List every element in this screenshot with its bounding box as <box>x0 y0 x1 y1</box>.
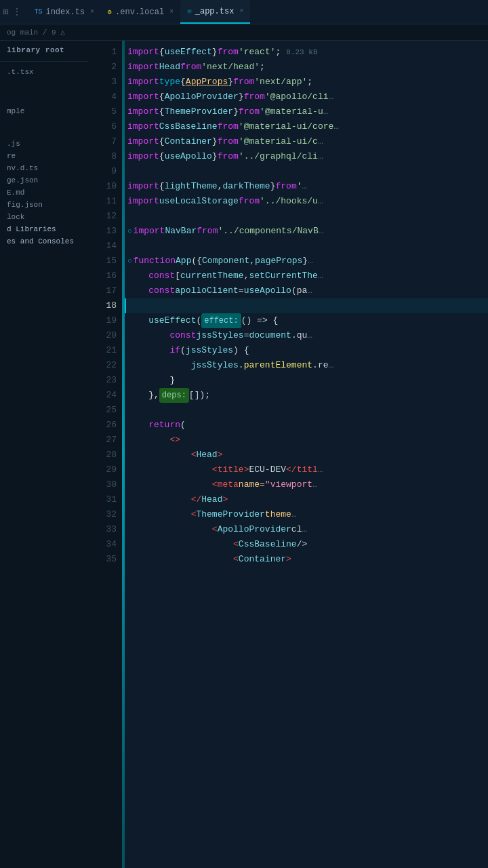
code-line-10: import { lightTheme, darkTheme } from '… <box>125 179 488 194</box>
ln-9: 9 <box>94 164 117 179</box>
sidebar-item-re[interactable]: re <box>0 150 88 162</box>
ln-13: 13 <box>94 224 117 239</box>
ln-1: 1 <box>94 45 117 60</box>
dots-icon[interactable]: ⋮ <box>12 6 22 18</box>
code-line-25 <box>125 403 488 418</box>
code-line-2: import Head from 'next/head'; <box>125 60 488 75</box>
sidebar-title: library root <box>0 41 88 57</box>
code-line-11: import useLocalStorage from '../hooks/u… <box>125 194 488 209</box>
ln-17: 17 <box>94 283 117 298</box>
code-line-5: import { ThemeProvider } from '@material… <box>125 104 488 119</box>
code-line-7: import { Container } from '@material-ui/… <box>125 134 488 149</box>
ln-19: 19 <box>94 313 117 328</box>
tab-app-label: _app.tsx <box>195 7 235 16</box>
code-line-3: import type { AppProps } from 'next/app'… <box>125 75 488 90</box>
sidebar-item-consoles[interactable]: es and Consoles <box>0 235 88 248</box>
window-controls: ⊞ ⋮ <box>3 6 22 18</box>
ln-22: 22 <box>94 358 117 373</box>
code-line-26: return ( <box>125 418 488 433</box>
line-numbers: 1 2 3 4 5 6 7 8 9 10 11 12 13 14 15 16 1… <box>88 41 122 868</box>
breadcrumb-text: og main / 9 △ <box>7 28 65 37</box>
ln-16: 16 <box>94 269 117 283</box>
ts-icon: TS <box>34 8 42 16</box>
code-content[interactable]: import { useEffect } from 'react';8.23 k… <box>125 41 488 868</box>
code-line-14 <box>125 239 488 254</box>
tab-index[interactable]: TS index.ts × <box>27 0 101 24</box>
ln-32: 32 <box>94 507 117 522</box>
ln-4: 4 <box>94 90 117 104</box>
ln-27: 27 <box>94 433 117 448</box>
code-line-22: jssStyles.parentElement.re… <box>125 358 488 373</box>
sidebar-item-emd[interactable]: E.md <box>0 186 88 199</box>
sidebar-item-fig-json[interactable]: fig.json <box>0 199 88 211</box>
tab-env-close[interactable]: × <box>169 8 174 16</box>
env-icon: ⚙ <box>108 8 112 16</box>
sidebar-spacer1 <box>0 78 88 105</box>
ln-10: 10 <box>94 179 117 194</box>
ln-20: 20 <box>94 328 117 343</box>
ln-29: 29 <box>94 462 117 477</box>
ln-31: 31 <box>94 492 117 507</box>
ln-6: 6 <box>94 119 117 134</box>
code-line-17: const apolloClient = useApollo(pa… <box>125 283 488 298</box>
sidebar-item-js[interactable]: .js <box>0 138 88 150</box>
main-content: library root .t.tsx mple .js re nv.d.ts … <box>0 41 488 868</box>
ln-14: 14 <box>94 239 117 254</box>
ln-5: 5 <box>94 104 117 119</box>
sidebar-spacer2 <box>0 117 88 138</box>
ln-2: 2 <box>94 60 117 75</box>
tab-env-label: .env.local <box>115 7 164 17</box>
code-line-15: ○function App({ Component, pageProps } … <box>125 254 488 269</box>
sidebar-item-env-dts[interactable]: nv.d.ts <box>0 162 88 174</box>
menu-icon[interactable]: ⊞ <box>3 6 8 18</box>
ln-12: 12 <box>94 209 117 224</box>
ln-28: 28 <box>94 448 117 462</box>
ln-3: 3 <box>94 75 117 90</box>
ln-30: 30 <box>94 477 117 492</box>
ln-35: 35 <box>94 552 117 567</box>
code-line-19: useEffect( effect: () => { <box>125 313 488 328</box>
ln-15: 15 <box>94 254 117 269</box>
code-line-18 <box>125 298 488 313</box>
sidebar-item-tsx[interactable]: .t.tsx <box>0 66 88 78</box>
code-line-8: import { useApollo } from '../graphql/cl… <box>125 149 488 164</box>
react-icon: ⚛ <box>187 7 192 16</box>
sidebar: library root .t.tsx mple .js re nv.d.ts … <box>0 41 88 868</box>
ln-18: 18 <box>94 298 117 313</box>
tab-env[interactable]: ⚙ .env.local × <box>101 0 180 24</box>
code-line-28: <Head> <box>125 448 488 462</box>
sidebar-item-lock[interactable]: lock <box>0 211 88 223</box>
sidebar-item-ge-json[interactable]: ge.json <box>0 174 88 186</box>
code-line-6: import CssBaseline from '@material-ui/co… <box>125 119 488 134</box>
code-line-4: import { ApolloProvider } from '@apollo/… <box>125 90 488 104</box>
sidebar-item-libraries[interactable]: d Libraries <box>0 223 88 235</box>
ln-34: 34 <box>94 537 117 552</box>
ln-7: 7 <box>94 134 117 149</box>
code-line-13: ○import NavBar from '../components/NavB… <box>125 224 488 239</box>
tab-index-close[interactable]: × <box>90 8 94 16</box>
tab-app[interactable]: ⚛ _app.tsx × <box>180 0 250 24</box>
code-line-29: <title>ECU-DEV</titl… <box>125 462 488 477</box>
ln-25: 25 <box>94 403 117 418</box>
code-line-34: <CssBaseline /> <box>125 537 488 552</box>
code-line-16: const [currentTheme, setCurrentThe… <box>125 269 488 283</box>
code-line-21: if (jssStyles) { <box>125 343 488 358</box>
breadcrumb: og main / 9 △ <box>0 24 488 41</box>
code-line-31: </Head> <box>125 492 488 507</box>
code-line-33: <ApolloProvider cl… <box>125 522 488 537</box>
code-line-12 <box>125 209 488 224</box>
tab-bar: ⊞ ⋮ TS index.ts × ⚙ .env.local × ⚛ _app.… <box>0 0 488 24</box>
ln-11: 11 <box>94 194 117 209</box>
tab-app-close[interactable]: × <box>239 7 243 15</box>
code-line-32: <ThemeProvider theme… <box>125 507 488 522</box>
ln-24: 24 <box>94 388 117 403</box>
code-line-23: } <box>125 373 488 388</box>
ln-8: 8 <box>94 149 117 164</box>
sidebar-divider <box>0 61 88 62</box>
ln-21: 21 <box>94 343 117 358</box>
tab-index-label: index.ts <box>45 7 85 17</box>
sidebar-item-mple[interactable]: mple <box>0 105 88 117</box>
code-line-30: <meta name="viewport… <box>125 477 488 492</box>
code-line-1: import { useEffect } from 'react';8.23 k… <box>125 45 488 60</box>
ln-33: 33 <box>94 522 117 537</box>
